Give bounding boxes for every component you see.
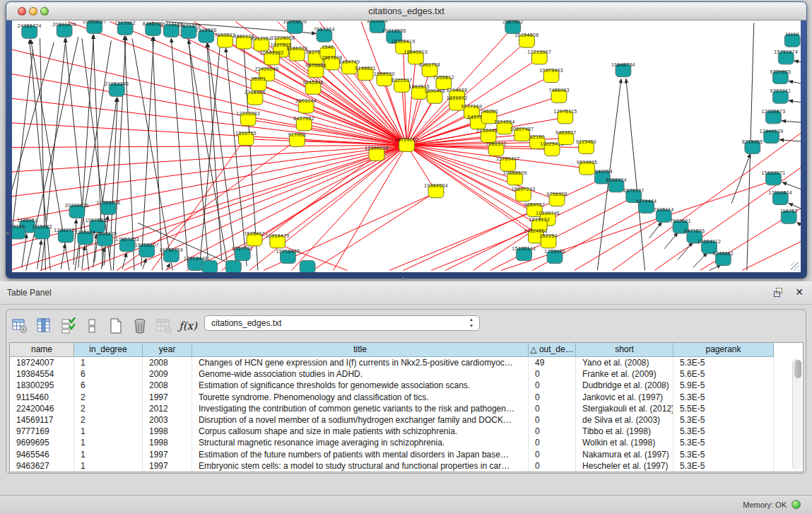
graph-node-label: 1810755 [235,131,257,136]
graph-node-label: 1990448 [424,88,445,93]
dropdown-spinner-icon: ▲ ▼ [469,317,474,329]
row-height-icon[interactable] [83,317,101,335]
table-selector-dropdown[interactable]: citations_edges.txt ▲ ▼ [204,315,480,331]
graph-node-label: 10120746 [536,211,560,216]
insert-column-icon[interactable] [35,317,53,335]
graph-node-label: 9777169 [461,104,483,109]
cell-pagerank: 5.3E-5 [673,426,774,437]
graph-node-label: 8912954 [251,36,272,41]
cell-in_degree: 1 [74,426,143,437]
graph-edge [61,244,65,269]
memory-status-label: Memory: OK [743,501,787,509]
graph-node-label: 9474444 [636,199,657,204]
cell-pagerank: 5.3E-5 [673,437,774,448]
graph-node-label: 21053346 [105,81,129,86]
cell-short: Hescheler et al. (1997) [576,460,673,472]
table-row[interactable]: 946362711997Embryonic stem cells: a mode… [10,460,803,472]
column-header-out_de[interactable]: △ out_de… [529,343,576,357]
splitter-grip-icon[interactable]: ▴ [401,274,405,281]
graph-node[interactable] [202,261,218,272]
float-panel-icon[interactable] [774,288,784,297]
function-builder-icon[interactable]: ƒ(x) [179,317,197,335]
graph-node[interactable] [300,261,315,272]
column-header-title[interactable]: title [192,343,529,357]
graph-node-label: 9463627 [555,130,577,135]
graph-node[interactable] [225,261,241,272]
graph-edge [188,40,228,270]
left-splitter-arrow[interactable]: ◂ [6,228,11,239]
window-title: citations_edges.txt [6,6,806,16]
column-header-in_degree[interactable]: in_degree [74,343,143,357]
graph-node-label: 8322037 [392,78,413,83]
graph-node-label: 62160 [530,134,545,139]
close-panel-icon[interactable]: ✕ [795,286,804,298]
graph-node-label: 15135141 [512,246,536,251]
graph-node-label: 15716485 [276,249,300,254]
column-header-name[interactable]: name [10,343,74,357]
graph-node-label: 18325419 [392,39,416,44]
graph-node-label: 20206536 [65,203,89,208]
graph-edge [207,43,222,259]
graph-node-label: 9115460 [576,139,596,144]
table-row[interactable]: 1938455462009Genome-wide association stu… [10,368,803,380]
graph-node-label: 6794028 [447,88,468,93]
cell-in_degree: 2 [74,414,143,426]
graph-node-label: 8471676 [684,228,705,233]
table-row[interactable]: 1456911722003Disruption of a novel membe… [10,414,803,426]
window-titlebar[interactable]: citations_edges.txt [6,2,806,21]
graph-node-label: 16648784 [611,62,635,67]
cell-short: Nakamura et al. (1997) [576,449,673,460]
graph-edge [693,253,707,268]
column-header-year[interactable]: year [143,343,192,357]
cell-in_degree: 1 [74,437,143,448]
graph-node-label: 9684067 [524,202,546,207]
column-header-short[interactable]: short [576,343,673,357]
graph-node-label: 7955812 [433,75,454,80]
table-row[interactable]: 946554611997Estimation of the future num… [10,449,803,460]
cell-year: 2012 [143,403,192,414]
graph-node-label: 6879197 [623,188,645,193]
graph-node-label: 8186328 [286,46,307,51]
table-settings-icon[interactable] [11,317,29,335]
table-row[interactable]: 1872400712008Changes of HCN gene express… [10,357,803,368]
citation-graph[interactable]: 2405572420691406106532871527902846616010… [12,21,801,272]
cell-year: 1997 [143,460,192,472]
graph-edge [37,240,42,269]
table-row[interactable]: 969969511998Structural magnetic resonanc… [10,437,803,448]
column-header-pagerank[interactable]: pagerank [673,343,774,357]
graph-node-label: 12213383 [236,111,260,116]
new-table-icon[interactable] [107,317,125,335]
cell-name: 9115460 [10,392,74,403]
table-panel-title: Table Panel [7,288,52,298]
graph-edge [789,81,801,85]
table-row[interactable]: 911546021997Tourette syndrome. Phenomeno… [10,392,803,403]
canvas-resize-grip[interactable] [791,262,799,271]
graph-node-label: 15692071 [762,170,786,175]
table-row[interactable]: 1830029562008Estimation of significance … [10,380,803,391]
memory-ok-icon[interactable] [792,500,801,509]
cell-title: Genome-wide association studies in ADHD. [192,368,529,380]
network-canvas[interactable]: 2405572420691406106532871527902846616010… [12,21,801,272]
cell-out_de: 0 [529,392,576,403]
delete-table-icon[interactable] [131,317,149,335]
vertical-scrollbar[interactable] [792,358,801,470]
table-panel-header: ▴ Table Panel ✕ [0,281,812,305]
cell-title: Corpus callosum shape and size in male p… [192,426,529,437]
graph-edge [404,47,407,145]
table-row[interactable]: 977716911998Corpus callosum shape and si… [10,426,803,437]
cell-name: 19384554 [10,368,74,380]
select-columns-icon[interactable] [59,317,77,335]
graph-node-label: 1621072 [447,95,468,100]
graph-node-label: 12444139 [760,129,784,134]
graph-node-label: 9675685 [305,63,326,68]
cell-short: Wolkin et al. (1998) [576,437,673,448]
table-row[interactable]: 2242004622012Investigating the contribut… [10,403,803,414]
graph-node-label: 2935114 [654,207,674,212]
table-selector-value: citations_edges.txt [211,318,281,328]
graph-node-label: 18724007 [395,137,419,142]
scrollbar-thumb[interactable] [794,360,801,378]
graph-edge [122,253,126,269]
graph-node-label: 1115683 [32,224,52,229]
graph-edge [797,222,801,231]
graph-node-label: 17016504 [768,190,792,195]
